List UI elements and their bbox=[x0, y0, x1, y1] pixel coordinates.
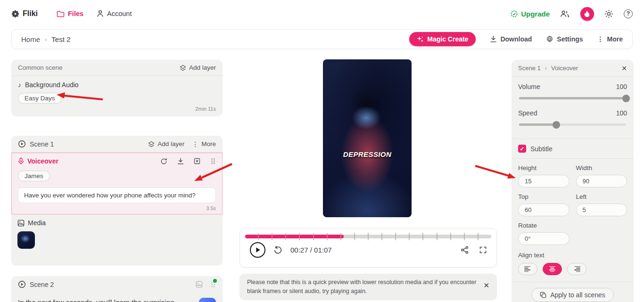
scene2-card: Scene 2 In the next few seconds, you'll … bbox=[11, 276, 223, 302]
gear-logo-icon bbox=[11, 10, 19, 18]
scene2-title: Scene 2 bbox=[30, 281, 54, 288]
scene2-image-icon[interactable] bbox=[196, 281, 203, 288]
width-label: Width bbox=[576, 164, 627, 171]
fliki-logo[interactable]: Fliki bbox=[11, 9, 38, 18]
drag-handle-icon[interactable] bbox=[210, 158, 216, 164]
volume-slider-thumb[interactable] bbox=[622, 95, 630, 102]
audio-track-chip[interactable]: Easy Days bbox=[18, 93, 62, 104]
height-label: Height bbox=[518, 164, 570, 171]
height-input[interactable] bbox=[518, 175, 570, 188]
scene2-thumbnail[interactable] bbox=[199, 298, 216, 302]
align-center-icon bbox=[549, 266, 555, 267]
notice-text: Please note that this is a quick preview… bbox=[247, 278, 477, 296]
play-icon bbox=[255, 247, 261, 253]
voiceover-layer[interactable]: Voiceover James 3.5s bbox=[11, 153, 223, 214]
apply-to-all-label: Apply to all scenes bbox=[550, 291, 605, 299]
fullscreen-icon[interactable] bbox=[479, 246, 487, 253]
left-label: Left bbox=[576, 193, 627, 200]
theme-toggle-button[interactable] bbox=[604, 9, 613, 18]
rotate-input[interactable] bbox=[518, 232, 570, 245]
layers-icon bbox=[148, 141, 155, 147]
scene1-title: Scene 1 bbox=[30, 140, 54, 148]
download-button[interactable]: Download bbox=[490, 35, 532, 43]
image-icon bbox=[17, 220, 25, 227]
align-right-button[interactable] bbox=[567, 263, 586, 275]
team-members-button[interactable] bbox=[560, 10, 570, 18]
align-left-button[interactable] bbox=[518, 263, 537, 275]
scene-status-dot bbox=[213, 279, 217, 283]
share-icon[interactable] bbox=[461, 246, 469, 254]
kebab-icon: ⋮ bbox=[597, 36, 604, 42]
inspector-scene-crumb[interactable]: Scene 1 bbox=[518, 65, 541, 72]
speed-slider-fill bbox=[519, 123, 556, 126]
sun-icon bbox=[604, 9, 613, 18]
background-audio-label: Background Audio bbox=[25, 81, 79, 89]
voice-chip[interactable]: James bbox=[18, 171, 50, 181]
volume-slider[interactable] bbox=[519, 97, 626, 99]
download-voiceover-icon[interactable] bbox=[177, 158, 184, 165]
play-circle-icon bbox=[18, 140, 26, 148]
play-button[interactable] bbox=[250, 242, 265, 258]
top-label: Top bbox=[518, 193, 570, 200]
help-button[interactable]: ? bbox=[624, 9, 633, 18]
top-nav: Fliki Files Account Upgrade bbox=[0, 0, 644, 27]
scene1-more-label: More bbox=[201, 140, 216, 147]
more-label: More bbox=[607, 35, 623, 43]
breadcrumb-home[interactable]: Home bbox=[21, 35, 40, 43]
align-text-label: Align text bbox=[518, 252, 627, 259]
subtitle-checkbox[interactable]: ✓ bbox=[518, 145, 526, 153]
width-input[interactable] bbox=[576, 175, 627, 188]
speed-slider-thumb[interactable] bbox=[553, 121, 560, 129]
delete-layer-icon[interactable] bbox=[194, 158, 200, 164]
more-button[interactable]: ⋮ More bbox=[597, 35, 623, 43]
upgrade-button[interactable]: Upgrade bbox=[510, 10, 550, 18]
video-preview[interactable]: DEPRESSION bbox=[323, 59, 412, 217]
align-center-button[interactable] bbox=[543, 263, 562, 275]
notice-close-icon[interactable]: ✕ bbox=[483, 278, 489, 289]
top-input[interactable] bbox=[518, 204, 570, 216]
left-input[interactable] bbox=[576, 204, 627, 216]
apply-to-all-scenes-button[interactable]: Apply to all scenes bbox=[531, 288, 614, 302]
background-audio-layer[interactable]: ♪ Background Audio bbox=[18, 81, 216, 89]
chevron-right-icon: › bbox=[545, 65, 547, 72]
volume-label: Volume bbox=[518, 83, 540, 90]
badge-check-icon bbox=[510, 10, 518, 18]
speed-value: 100 bbox=[616, 109, 627, 117]
nav-files-label: Files bbox=[68, 10, 83, 17]
layers-icon bbox=[180, 65, 186, 71]
voiceover-label: Voiceover bbox=[27, 157, 58, 165]
scene2-script-text[interactable]: In the next few seconds, you'll learn th… bbox=[18, 298, 194, 302]
breadcrumb: Home › Test 2 bbox=[21, 35, 70, 43]
inspector-close-icon[interactable]: ✕ bbox=[621, 65, 627, 72]
nav-files[interactable]: Files bbox=[57, 10, 83, 17]
folder-icon bbox=[57, 10, 65, 17]
media-thumbnail[interactable] bbox=[17, 231, 35, 249]
magic-create-button[interactable]: Magic Create bbox=[409, 32, 476, 46]
voiceover-script-input[interactable] bbox=[18, 188, 216, 203]
settings-button[interactable]: Settings bbox=[546, 35, 583, 43]
volume-value: 100 bbox=[616, 83, 627, 90]
nav-account[interactable]: Account bbox=[97, 10, 132, 17]
sparkles-icon bbox=[417, 36, 424, 43]
media-layer[interactable]: Media bbox=[11, 214, 223, 253]
common-scene-title: Common scene bbox=[18, 64, 63, 71]
restart-button[interactable] bbox=[273, 245, 282, 254]
media-label: Media bbox=[28, 219, 46, 227]
scene1-card: Scene 1 Add layer ⋮ More Voiceover bbox=[11, 136, 223, 266]
regenerate-voiceover-icon[interactable] bbox=[160, 158, 167, 165]
speed-label: Speed bbox=[518, 109, 537, 117]
credits-button[interactable] bbox=[580, 7, 594, 21]
scene1-more-button[interactable]: ⋮ More bbox=[192, 140, 216, 147]
timeline-scrubber[interactable] bbox=[245, 235, 491, 238]
scene1-add-layer-button[interactable]: Add layer bbox=[148, 140, 184, 147]
time-display: 00:27 / 01:07 bbox=[290, 246, 332, 254]
speed-slider[interactable] bbox=[519, 123, 626, 126]
copy-icon bbox=[540, 292, 546, 298]
brand-name: Fliki bbox=[23, 9, 38, 18]
kebab-icon: ⋮ bbox=[192, 141, 198, 147]
common-add-layer-button[interactable]: Add layer bbox=[180, 64, 216, 71]
music-note-icon: ♪ bbox=[18, 81, 21, 89]
subtitle-overlay-text: DEPRESSION bbox=[323, 150, 412, 158]
help-icon: ? bbox=[624, 9, 633, 18]
microphone-icon bbox=[18, 157, 24, 165]
